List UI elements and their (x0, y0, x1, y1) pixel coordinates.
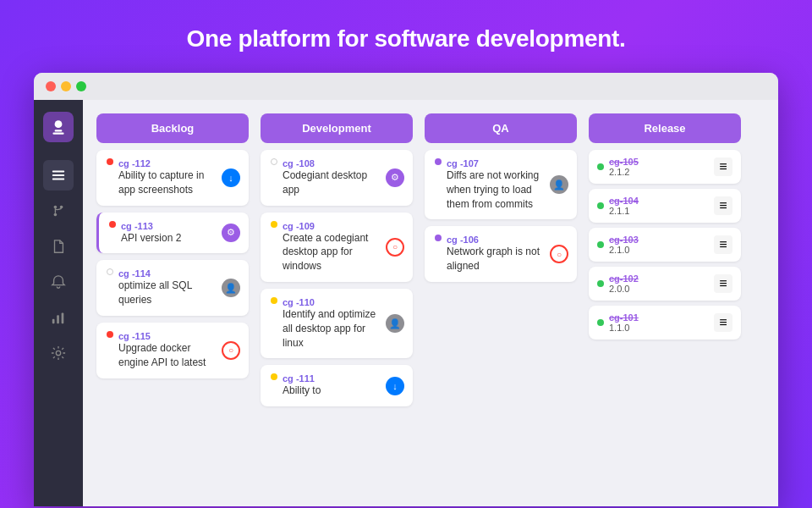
release-card-cg-103: cg-103 2.1.0 ≡ (589, 228, 741, 262)
svg-rect-2 (52, 133, 63, 135)
menu-icon[interactable]: ≡ (714, 196, 732, 215)
card-title: Network graph is not aligned (447, 245, 550, 273)
maximize-dot (76, 81, 86, 91)
card-cg-111: cg -111 Ability to ↓ (261, 365, 413, 406)
svg-point-0 (55, 120, 63, 128)
card-cg-108: cg -108 Codegiant desktop app ⚙ (261, 150, 413, 206)
release-version: 1.1.0 (609, 323, 639, 333)
menu-icon[interactable]: ≡ (714, 313, 732, 332)
release-id: cg-103 (609, 235, 639, 245)
card-title: Diffs are not working when trying to loa… (447, 168, 550, 211)
card-id: cg -111 (283, 373, 321, 384)
card-id: cg -110 (283, 297, 386, 307)
card-id: cg -114 (118, 268, 222, 279)
priority-dot (271, 221, 277, 228)
status-dot (597, 163, 604, 170)
release-card-cg-101: cg-101 1.1.0 ≡ (589, 306, 741, 340)
column-development: Development cg -108 Codegiant desktop ap… (261, 113, 413, 493)
svg-rect-4 (52, 174, 64, 176)
svg-rect-3 (52, 171, 64, 173)
sidebar (34, 100, 83, 506)
priority-dot (271, 373, 277, 380)
svg-point-8 (60, 206, 63, 209)
sidebar-item-branches[interactable] (43, 196, 74, 226)
card-title: API version 2 (121, 231, 181, 246)
avatar: 👤 (550, 175, 568, 194)
priority-dot (435, 158, 442, 165)
release-card-cg-102: cg-102 2.0.0 ≡ (589, 267, 741, 301)
svg-rect-12 (62, 313, 64, 324)
release-id: cg-101 (609, 312, 639, 323)
hero-title: One platform for software development. (0, 0, 812, 73)
release-id: cg-104 (609, 196, 639, 206)
card-cg-107: cg -107 Diffs are not working when tryin… (425, 150, 577, 219)
priority-dot (271, 158, 277, 165)
card-id: cg -112 (118, 158, 222, 168)
card-title: optimize all SQL queries (118, 279, 222, 307)
priority-dot (107, 268, 113, 275)
menu-icon[interactable]: ≡ (714, 235, 732, 254)
avatar: 👤 (222, 279, 240, 297)
status-dot (597, 319, 604, 326)
menu-icon[interactable]: ≡ (714, 157, 732, 176)
minimize-dot (61, 81, 71, 91)
card-cg-113: cg -113 API version 2 ⚙ (96, 213, 249, 254)
priority-dot (435, 235, 442, 241)
sidebar-logo[interactable] (43, 112, 74, 142)
avatar: ○ (222, 341, 240, 360)
card-id: cg -115 (118, 331, 222, 341)
card-id: cg -109 (283, 221, 386, 231)
release-version: 2.1.0 (609, 245, 639, 255)
browser-window: Backlog cg -112 Ability to capture in ap… (34, 73, 778, 506)
column-header-qa: QA (425, 113, 577, 143)
sidebar-item-chart[interactable] (43, 302, 74, 333)
avatar: ○ (550, 245, 568, 263)
column-qa: QA cg -107 Diffs are not working when tr… (425, 113, 577, 493)
column-header-backlog: Backlog (96, 113, 249, 143)
avatar: 👤 (386, 314, 404, 333)
close-dot (46, 81, 56, 91)
card-cg-112: cg -112 Ability to capture in app screen… (96, 150, 249, 206)
svg-point-7 (54, 213, 58, 217)
column-header-release: Release (589, 113, 741, 143)
release-cards: cg-105 2.1.2 ≡ cg-104 2.1.1 (589, 150, 741, 340)
card-id: cg -106 (447, 235, 550, 245)
release-version: 2.0.0 (609, 284, 639, 294)
card-id: cg -108 (283, 158, 386, 168)
priority-dot (271, 297, 277, 304)
avatar: ↓ (386, 377, 404, 395)
card-cg-109: cg -109 Create a codegiant desktop app f… (261, 213, 413, 282)
svg-rect-5 (52, 179, 64, 180)
card-id: cg -107 (447, 158, 550, 168)
avatar: ⚙ (386, 168, 404, 187)
menu-icon[interactable]: ≡ (714, 274, 732, 293)
card-id: cg -113 (121, 221, 181, 231)
column-header-development: Development (261, 113, 413, 143)
card-title: Ability to capture in app screenshots (118, 168, 222, 197)
svg-rect-10 (52, 319, 55, 323)
app-container: Backlog cg -112 Ability to capture in ap… (34, 100, 778, 506)
avatar: ○ (386, 238, 404, 257)
release-version: 2.1.2 (609, 167, 639, 177)
sidebar-item-document[interactable] (43, 231, 74, 262)
column-backlog: Backlog cg -112 Ability to capture in ap… (96, 113, 249, 493)
sidebar-item-bell[interactable] (43, 267, 74, 297)
svg-point-6 (54, 206, 58, 209)
avatar: ↓ (222, 168, 240, 187)
status-dot (597, 241, 604, 248)
card-title: Upgrade docker engine API to latest (118, 341, 222, 370)
card-cg-114: cg -114 optimize all SQL queries 👤 (96, 260, 249, 316)
svg-point-13 (56, 351, 60, 355)
release-id: cg-102 (609, 273, 639, 284)
status-dot (597, 202, 604, 209)
card-title: Ability to (283, 384, 321, 398)
status-dot (597, 280, 604, 287)
browser-bar (34, 73, 778, 100)
priority-dot (107, 331, 113, 338)
svg-rect-1 (55, 130, 63, 131)
card-title: Identify and optimize all desktop app fo… (283, 307, 386, 350)
card-cg-110: cg -110 Identify and optimize all deskto… (261, 289, 413, 358)
sidebar-item-settings[interactable] (43, 338, 74, 368)
svg-rect-11 (57, 315, 59, 323)
sidebar-item-list[interactable] (43, 160, 74, 190)
